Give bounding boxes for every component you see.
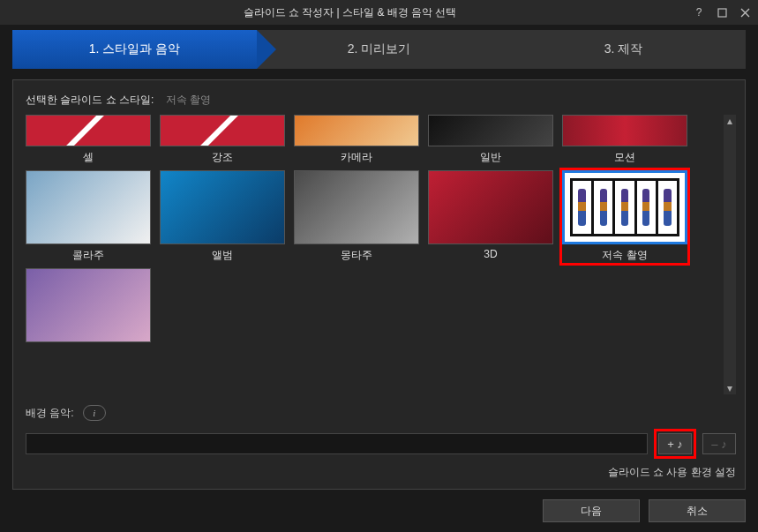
scroll-down-icon[interactable]: ▾ [724,382,736,394]
svg-rect-0 [718,9,726,17]
style-item-emphasis[interactable]: 강조 [160,115,285,165]
add-music-button[interactable]: + ♪ [658,433,692,454]
style-gallery: 셀 강조 카메라 일반 모션 [26,115,718,394]
style-item-collage[interactable]: 콜라주 [26,170,151,263]
maximize-icon[interactable] [716,6,728,19]
style-label: 모션 [562,150,687,165]
style-item-extra[interactable] [26,268,151,346]
style-item-cell[interactable]: 셀 [26,115,151,165]
music-info-icon[interactable]: i [83,405,106,421]
plus-note-icon: + ♪ [667,438,683,451]
style-label: 앨범 [160,248,285,263]
step-label: 2. 미리보기 [348,41,411,57]
style-item-montage[interactable]: 몽타주 [294,170,419,263]
style-thumbnail [160,170,285,244]
style-thumbnail [294,115,419,146]
style-item-album[interactable]: 앨범 [160,170,285,263]
help-icon[interactable]: ? [693,6,705,19]
music-input-row: + ♪ – ♪ [26,430,736,458]
style-label: 셀 [26,150,151,165]
window-title: 슬라이드 쇼 작성자 | 스타일 & 배경 음악 선택 [7,5,693,20]
style-label: 콜라주 [26,248,151,263]
style-gallery-wrap: 셀 강조 카메라 일반 모션 [26,115,736,394]
slideshow-preferences-link[interactable]: 슬라이드 쇼 사용 환경 설정 [26,465,736,480]
style-label: 3D [428,248,553,260]
background-music-input[interactable] [26,433,648,454]
close-icon[interactable] [739,6,751,19]
remove-music-button[interactable]: – ♪ [702,433,736,454]
style-item-camera[interactable]: 카메라 [294,115,419,165]
style-item-motion[interactable]: 모션 [562,115,687,165]
style-label: 일반 [428,150,553,165]
style-thumbnail [160,115,285,146]
style-item-normal[interactable]: 일반 [428,115,553,165]
background-music-row: 배경 음악: i [26,405,736,421]
titlebar: 슬라이드 쇼 작성자 | 스타일 & 배경 음악 선택 ? [0,0,758,25]
style-item-timelapse[interactable]: 저속 촬영 [562,170,687,263]
add-music-highlight: + ♪ [655,430,695,458]
style-label: 카메라 [294,150,419,165]
scroll-up-icon[interactable]: ▴ [724,115,736,127]
step-preview[interactable]: 2. 미리보기 [257,30,501,69]
style-thumbnail [26,115,151,146]
style-label: 강조 [160,150,285,165]
style-label: 저속 촬영 [562,248,687,263]
style-thumbnail [428,115,553,146]
next-button-label: 다음 [581,504,602,519]
slideshow-creator-window: 슬라이드 쇼 작성자 | 스타일 & 배경 음악 선택 ? 1. 스타일과 음악… [0,0,758,532]
selected-style-label-row: 선택한 슬라이드 쇼 스타일: 저속 촬영 [26,93,736,108]
style-item-3d[interactable]: 3D [428,170,553,263]
wizard-steps: 1. 스타일과 음악 2. 미리보기 3. 제작 [12,30,746,69]
style-label: 몽타주 [294,248,419,263]
cancel-button[interactable]: 취소 [649,499,746,522]
style-thumbnail [26,170,151,244]
titlebar-controls: ? [693,6,751,19]
selected-style-name: 저속 촬영 [166,94,211,106]
step-label: 1. 스타일과 음악 [89,41,180,57]
step-produce[interactable]: 3. 제작 [501,30,746,69]
style-thumbnail [428,170,553,244]
style-thumbnail [26,268,151,342]
minus-note-icon: – ♪ [711,438,726,451]
next-button[interactable]: 다음 [543,499,640,522]
style-thumbnail [562,115,687,146]
gallery-scrollbar[interactable]: ▴ ▾ [724,115,736,394]
step-label: 3. 제작 [604,41,643,57]
style-thumbnail [294,170,419,244]
style-thumbnail [562,170,687,244]
step-style-and-music[interactable]: 1. 스타일과 음악 [12,30,257,69]
selected-style-caption: 선택한 슬라이드 쇼 스타일: [26,94,154,106]
cancel-button-label: 취소 [687,504,708,519]
content-panel: 선택한 슬라이드 쇼 스타일: 저속 촬영 셀 강조 카메라 [12,79,746,490]
dialog-footer: 다음 취소 [0,497,758,532]
background-music-label: 배경 음악: [26,406,74,421]
